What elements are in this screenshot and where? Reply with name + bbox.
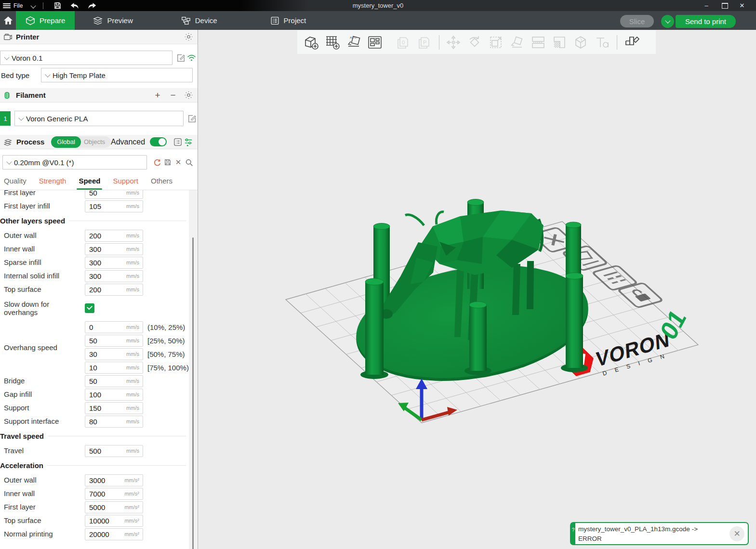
setting-input[interactable]: mm/s xyxy=(85,230,143,242)
setting-value-field[interactable] xyxy=(85,389,143,400)
copy-icon[interactable]: 0 xyxy=(394,33,412,52)
scope-switch[interactable]: Global Objects xyxy=(51,136,111,148)
tab-prepare[interactable]: Prepare xyxy=(16,11,75,30)
setting-value-field[interactable] xyxy=(85,376,143,387)
fill-icon[interactable] xyxy=(550,33,569,52)
minimize-button[interactable]: – xyxy=(698,0,715,11)
setting-value-field[interactable] xyxy=(85,515,143,526)
setting-value-field[interactable] xyxy=(85,502,143,513)
tab-others[interactable]: Others xyxy=(151,177,172,190)
home-button[interactable] xyxy=(0,11,16,30)
setting-input[interactable]: mm/s xyxy=(85,284,143,296)
scale-icon[interactable] xyxy=(487,33,505,52)
build-plate-scene[interactable]: VORON D E S I G N 01 xyxy=(198,30,756,549)
edit-printer-icon[interactable] xyxy=(175,52,186,63)
setting-value-field[interactable] xyxy=(85,335,143,346)
maximize-button[interactable] xyxy=(716,0,733,11)
bed-type-select[interactable]: High Temp Plate xyxy=(41,68,193,82)
setting-value-field[interactable] xyxy=(85,529,143,540)
tab-quality[interactable]: Quality xyxy=(4,177,27,190)
checkbox-checked-icon[interactable] xyxy=(85,303,94,313)
arrange-icon[interactable] xyxy=(366,33,384,52)
setting-value-field[interactable] xyxy=(85,190,143,198)
tab-device[interactable]: Device xyxy=(172,11,227,30)
setting-value-field[interactable] xyxy=(85,271,143,282)
setting-input[interactable]: mm/s xyxy=(85,362,143,374)
scope-objects[interactable]: Objects xyxy=(81,138,111,145)
move-icon[interactable] xyxy=(444,33,463,52)
rotate-icon[interactable] xyxy=(465,33,484,52)
reset-preset-icon[interactable] xyxy=(152,157,162,168)
printer-select[interactable]: Voron 0.1 xyxy=(0,51,172,65)
menu-icon[interactable] xyxy=(3,3,11,8)
send-options-button[interactable] xyxy=(661,15,674,28)
slice-button[interactable]: Slice xyxy=(620,15,654,27)
filament-settings-gear-icon[interactable] xyxy=(183,90,194,101)
search-icon[interactable] xyxy=(184,157,194,168)
setting-input[interactable]: mm/s xyxy=(85,257,143,269)
setting-input[interactable]: mm/s xyxy=(85,402,143,414)
tune-params-icon[interactable] xyxy=(183,137,194,147)
wifi-icon[interactable] xyxy=(186,52,197,63)
chevron-down-icon[interactable] xyxy=(31,3,36,8)
redo-icon[interactable] xyxy=(85,1,99,11)
setting-input[interactable]: mm/s xyxy=(85,416,143,428)
setting-input[interactable]: mm/s² xyxy=(85,515,143,527)
setting-value-field[interactable] xyxy=(85,201,143,212)
setting-input[interactable]: mm/s² xyxy=(85,488,143,500)
file-menu[interactable]: File xyxy=(13,2,23,9)
remove-filament-button[interactable]: − xyxy=(168,90,178,101)
setting-input[interactable]: mm/s xyxy=(85,200,143,212)
setting-value-field[interactable] xyxy=(85,403,143,414)
edit-filament-icon[interactable] xyxy=(186,113,197,124)
setting-input[interactable]: mm/s xyxy=(85,445,143,457)
add-object-icon[interactable] xyxy=(302,33,320,52)
add-filament-button[interactable]: + xyxy=(152,90,163,101)
setting-input[interactable]: mm/s² xyxy=(85,501,143,513)
filament-select[interactable]: Voron Generic PLA xyxy=(14,111,184,126)
scope-global[interactable]: Global xyxy=(51,136,81,148)
setting-input[interactable]: mm/s xyxy=(85,270,143,282)
setting-value-field[interactable] xyxy=(85,475,143,486)
setting-value-field[interactable] xyxy=(85,445,143,457)
tab-speed[interactable]: Speed xyxy=(79,177,100,190)
setting-value-field[interactable] xyxy=(85,488,143,499)
parameter-list-icon[interactable] xyxy=(172,137,183,147)
mesh-boolean-icon[interactable] xyxy=(571,33,590,52)
setting-value-field[interactable] xyxy=(85,416,143,427)
setting-input[interactable]: mm/s² xyxy=(85,528,143,540)
setting-input[interactable]: mm/s xyxy=(85,335,143,347)
add-plate-icon[interactable] xyxy=(323,33,342,52)
setting-input[interactable]: mm/s xyxy=(85,190,143,199)
paste-icon[interactable]: P xyxy=(415,33,433,52)
save-preset-icon[interactable] xyxy=(162,157,173,168)
tab-preview[interactable]: Preview xyxy=(83,11,142,30)
setting-input[interactable]: mm/s xyxy=(85,389,143,401)
setting-value-field[interactable] xyxy=(85,244,143,255)
lay-on-face-icon[interactable] xyxy=(508,33,526,52)
tab-support[interactable]: Support xyxy=(113,177,138,190)
save-icon[interactable] xyxy=(50,1,65,11)
setting-value-field[interactable] xyxy=(85,322,143,333)
process-preset-select[interactable]: 0.20mm @V0.1 (*) xyxy=(2,155,147,170)
text-tool-icon[interactable] xyxy=(593,33,611,52)
tab-strength[interactable]: Strength xyxy=(39,177,66,190)
send-to-print-button[interactable]: Send to print xyxy=(676,15,736,28)
toast-close-icon[interactable]: ✕ xyxy=(729,526,744,541)
scrollbar-thumb[interactable] xyxy=(192,237,194,549)
setting-input[interactable]: mm/s² xyxy=(85,474,143,486)
setting-input[interactable]: mm/s xyxy=(85,321,143,333)
undo-icon[interactable] xyxy=(67,1,82,11)
assemble-icon[interactable] xyxy=(622,33,640,52)
tab-project[interactable]: Project xyxy=(261,11,316,30)
setting-value-field[interactable] xyxy=(85,362,143,373)
notification-toast[interactable]: ? mystery_tower_v0_PLA_1h13m.gcode -> ER… xyxy=(570,522,749,545)
clear-preset-icon[interactable]: ✕ xyxy=(173,157,184,168)
setting-input[interactable]: mm/s xyxy=(85,375,143,387)
setting-value-field[interactable] xyxy=(85,257,143,268)
cut-icon[interactable] xyxy=(529,33,547,52)
setting-input[interactable]: mm/s xyxy=(85,348,143,360)
advanced-toggle[interactable] xyxy=(150,137,167,146)
close-button[interactable]: ✕ xyxy=(734,0,750,11)
setting-value-field[interactable] xyxy=(85,230,143,241)
